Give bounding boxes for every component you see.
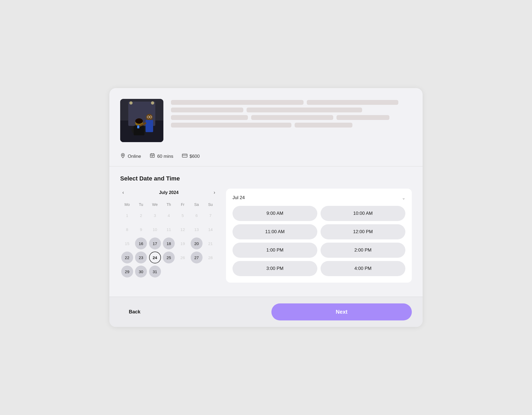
calendar-day-cell (190, 265, 203, 279)
day-button[interactable]: 20 (191, 237, 203, 249)
booking-card: Online 60 mins $600 (109, 88, 423, 327)
calendar-day-cell (162, 265, 176, 279)
time-grid: 9:00 AM10:00 AM11:00 AM12:00 PM1:00 PM2:… (233, 206, 405, 276)
day-button[interactable]: 31 (149, 266, 161, 277)
weekday-label: Th (162, 201, 176, 208)
calendar-week-row: 891011121314 (120, 222, 217, 236)
day-button[interactable]: 24 (149, 252, 161, 263)
time-slot-button[interactable]: 3:00 PM (233, 261, 317, 276)
calendar-day-cell: 25 (162, 250, 176, 265)
calendar-week-row: 293031 (120, 265, 217, 279)
svg-point-15 (129, 101, 133, 105)
skeleton-line (247, 108, 362, 112)
svg-point-16 (151, 101, 154, 105)
calendar-day-cell: 7 (204, 208, 217, 222)
day-button[interactable]: 27 (191, 252, 203, 263)
day-button: 3 (149, 209, 161, 221)
calendar-week-row: 22232425262728 (120, 250, 217, 265)
location-info: Online (120, 153, 141, 160)
calendar-day-cell: 9 (134, 222, 148, 236)
skeleton-line (251, 115, 333, 120)
datetime-body: ‹ July 2024 › MoTuWeThFrSaSu 12345678910… (120, 189, 412, 283)
next-button[interactable]: Next (271, 303, 412, 320)
time-slot-button[interactable]: 9:00 AM (233, 206, 317, 221)
calendar-day-cell (204, 265, 217, 279)
weekday-label: Tu (134, 201, 148, 208)
calendar-day-cell: 17 (148, 236, 162, 250)
calendar-day-cell: 14 (204, 222, 217, 236)
day-button: 5 (177, 209, 188, 221)
footer: Back Next (109, 297, 423, 327)
day-button[interactable]: 25 (163, 252, 175, 263)
location-icon (120, 153, 126, 160)
day-button: 6 (191, 209, 203, 221)
calendar-day-cell: 12 (176, 222, 190, 236)
skeleton-line (307, 100, 398, 105)
calendar-day-cell: 6 (190, 208, 203, 222)
time-slot-button[interactable]: 10:00 AM (321, 206, 405, 221)
calendar-header: ‹ July 2024 › (120, 189, 217, 196)
day-button[interactable]: 17 (149, 237, 161, 249)
day-button: 28 (204, 252, 216, 263)
next-month-button[interactable]: › (211, 189, 217, 196)
time-slot-button[interactable]: 4:00 PM (321, 261, 405, 276)
calendar-grid: MoTuWeThFrSaSu 1234567891011121314151617… (120, 201, 217, 279)
skeleton-content (171, 99, 412, 142)
calendar-day-cell: 16 (134, 236, 148, 250)
weekday-label: Su (204, 201, 217, 208)
calendar-day-cell: 19 (176, 236, 190, 250)
time-slot-button[interactable]: 11:00 AM (233, 224, 317, 239)
calendar-day-cell: 1 (120, 208, 134, 222)
calendar-day-cell: 22 (120, 250, 134, 265)
calendar: ‹ July 2024 › MoTuWeThFrSaSu 12345678910… (120, 189, 217, 279)
calendar-day-cell: 13 (190, 222, 203, 236)
calendar-day-cell: 11 (162, 222, 176, 236)
day-button[interactable]: 22 (121, 252, 133, 263)
calendar-day-cell: 15 (120, 236, 134, 250)
time-slot-button[interactable]: 2:00 PM (321, 243, 405, 258)
day-button: 2 (135, 209, 147, 221)
day-button: 15 (121, 237, 133, 249)
selected-date-label: Jul 24 (233, 195, 245, 200)
day-button: 14 (204, 223, 216, 235)
day-button: 19 (177, 237, 188, 249)
calendar-day-cell: 18 (162, 236, 176, 250)
day-button: 21 (204, 237, 216, 249)
back-button[interactable]: Back (120, 305, 149, 319)
time-slot-button[interactable]: 12:00 PM (321, 224, 405, 239)
calendar-day-cell: 26 (176, 250, 190, 265)
weekday-header-row: MoTuWeThFrSaSu (120, 201, 217, 208)
barber-image-svg (120, 99, 163, 142)
prev-month-button[interactable]: ‹ (120, 189, 126, 196)
day-button[interactable]: 18 (163, 237, 175, 249)
calendar-day-cell: 8 (120, 222, 134, 236)
day-button[interactable]: 29 (121, 266, 133, 277)
chevron-down-icon: ⌄ (402, 195, 405, 200)
day-button[interactable]: 16 (135, 237, 147, 249)
day-button: 11 (163, 223, 175, 235)
header-section (120, 99, 412, 142)
date-selector[interactable]: Jul 24 ⌄ (233, 195, 405, 200)
calendar-day-cell: 21 (204, 236, 217, 250)
day-button[interactable]: 30 (135, 266, 147, 277)
calendar-day-cell: 24 (148, 250, 162, 265)
info-bar: Online 60 mins $600 (120, 151, 412, 166)
svg-rect-8 (146, 120, 153, 132)
day-button: 8 (121, 223, 133, 235)
svg-point-17 (122, 155, 124, 156)
day-button: 9 (135, 223, 147, 235)
day-button: 1 (121, 209, 133, 221)
price-text: $600 (190, 154, 200, 159)
calendar-week-row: 1234567 (120, 208, 217, 222)
duration-info: 60 mins (150, 153, 173, 160)
profile-image (120, 99, 163, 142)
time-slot-button[interactable]: 1:00 PM (233, 243, 317, 258)
svg-rect-18 (150, 154, 154, 157)
location-text: Online (128, 154, 141, 159)
day-button[interactable]: 23 (135, 252, 147, 263)
duration-text: 60 mins (157, 154, 173, 159)
skeleton-line (171, 100, 304, 105)
weekday-label: We (148, 201, 162, 208)
price-info: $600 (182, 153, 200, 160)
day-button: 10 (149, 223, 161, 235)
